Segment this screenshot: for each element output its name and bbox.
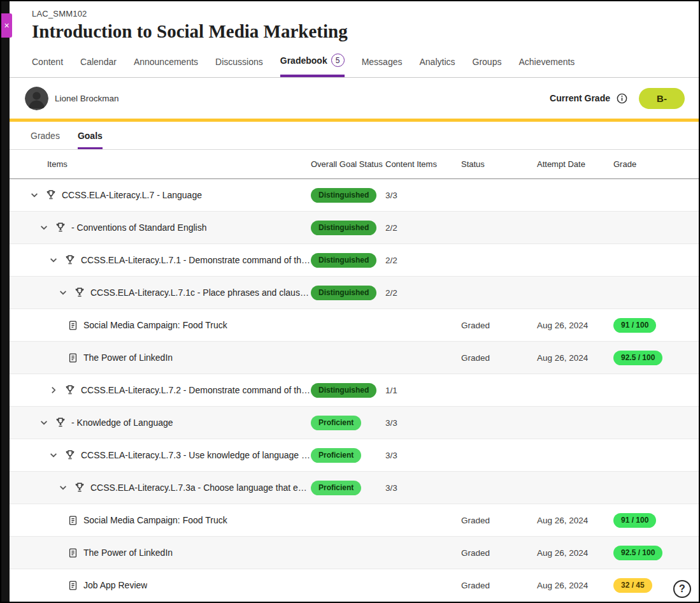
item-status: Graded (461, 353, 537, 363)
content-item-row: Social Media Campaign: Food Truck Graded… (10, 309, 699, 342)
content-item-row: Job App Review Graded Aug 26, 2024 32 / … (10, 569, 699, 602)
grade-pill[interactable]: 91 / 100 (613, 513, 656, 528)
content-item-row: The Power of LinkedIn Graded Aug 26, 202… (10, 342, 699, 374)
goal-row: - Knowledge of Language Proficient 3/3 (10, 407, 699, 439)
subtab-goals[interactable]: Goals (78, 131, 103, 149)
grade-pill[interactable]: 91 / 100 (613, 318, 656, 333)
document-icon (68, 352, 78, 363)
goal-trophy-icon (55, 222, 66, 233)
goal-row-items-cell: CCSS.ELA-Literacy.L.7.3 - Use knowledge … (10, 449, 311, 461)
item-row-items-cell: Job App Review (10, 580, 311, 591)
item-row-items-cell: The Power of LinkedIn (10, 548, 311, 558)
item-label[interactable]: Social Media Campaign: Food Truck (83, 320, 227, 330)
goal-row: CCSS.ELA-Literacy.L.7.1 - Demonstrate co… (10, 244, 699, 277)
goal-row: CCSS.ELA-Literacy.L.7.3 - Use knowledge … (10, 439, 699, 472)
chevron-down-icon[interactable] (39, 418, 49, 427)
goal-row-items-cell: CCSS.ELA-Literacy.L.7.2 - Demonstrate co… (10, 384, 311, 396)
current-grade-pill[interactable]: B- (639, 88, 685, 109)
tab-achievements[interactable]: Achievements (518, 57, 575, 77)
chevron-right-icon[interactable] (48, 386, 59, 395)
tab-messages[interactable]: Messages (362, 57, 403, 77)
course-header: LAC_SMM102 Introduction to Social Media … (10, 1, 699, 42)
table-body: CCSS.ELA-Literacy.L.7 - Language Disting… (10, 179, 699, 602)
item-status: Graded (461, 581, 537, 590)
goal-trophy-icon (64, 449, 76, 461)
grade-pill[interactable]: 92.5 / 100 (613, 546, 662, 560)
grade-pill[interactable]: 92.5 / 100 (613, 351, 662, 365)
chevron-down-icon[interactable] (48, 256, 59, 265)
content-item-row: Social Media Campaign: Food Truck Graded… (10, 504, 699, 537)
col-header-attempt-date: Attempt Date (537, 159, 613, 169)
goal-status-pill: Distinguished (311, 286, 376, 300)
item-label[interactable]: The Power of LinkedIn (83, 548, 173, 558)
goal-row-items-cell: CCSS.ELA-Literacy.L.7.1 - Demonstrate co… (10, 254, 311, 266)
content-item-row: The Power of LinkedIn Graded Aug 26, 202… (10, 537, 699, 569)
item-label[interactable]: Job App Review (83, 580, 147, 590)
document-icon (68, 320, 78, 331)
goal-label[interactable]: CCSS.ELA-Literacy.L.7.2 - Demonstrate co… (81, 385, 311, 395)
goal-row: CCSS.ELA-Literacy.L.7.2 - Demonstrate co… (10, 374, 699, 407)
chevron-down-icon[interactable] (48, 451, 59, 460)
collapsed-sidebar-strip (1, 1, 10, 602)
content-items-value: 3/3 (385, 418, 461, 428)
goal-label[interactable]: CCSS.ELA-Literacy.L.7.1c - Place phrases… (90, 287, 311, 298)
chevron-down-icon[interactable] (58, 288, 68, 297)
content-items-value: 3/3 (385, 191, 461, 200)
info-icon[interactable] (617, 93, 627, 104)
tab-discussions[interactable]: Discussions (215, 57, 263, 77)
col-header-items: Items (10, 159, 311, 169)
content-items-value: 2/2 (385, 288, 461, 298)
tab-groups[interactable]: Groups (473, 57, 502, 77)
item-row-items-cell: Social Media Campaign: Food Truck (10, 320, 311, 331)
chevron-down-icon[interactable] (39, 223, 49, 232)
item-attempt-date: Aug 26, 2024 (537, 581, 613, 590)
goal-label[interactable]: CCSS.ELA-Literacy.L.7.3a - Choose langua… (90, 483, 311, 493)
goal-trophy-icon (64, 384, 76, 396)
goal-status-pill: Distinguished (311, 253, 376, 268)
goal-trophy-icon (64, 254, 76, 266)
course-nav: Content Calendar Announcements Discussio… (10, 42, 699, 78)
goal-status-pill: Distinguished (311, 383, 376, 398)
goal-label[interactable]: CCSS.ELA-Literacy.L.7 - Language (62, 190, 202, 200)
goals-table: Items Overall Goal Status Content Items … (10, 150, 699, 602)
chevron-down-icon[interactable] (58, 483, 68, 492)
document-icon (68, 580, 78, 591)
item-row-items-cell: Social Media Campaign: Food Truck (10, 515, 311, 526)
content-items-value: 3/3 (385, 451, 461, 460)
goal-row-items-cell: - Knowledge of Language (10, 417, 311, 428)
goal-trophy-icon (74, 287, 85, 298)
tab-calendar[interactable]: Calendar (80, 57, 117, 77)
chevron-down-icon[interactable] (29, 191, 39, 200)
subtab-grades[interactable]: Grades (31, 131, 60, 149)
tab-analytics[interactable]: Analytics (419, 57, 455, 77)
col-header-grade: Grade (613, 159, 699, 169)
goal-label[interactable]: CCSS.ELA-Literacy.L.7.1 - Demonstrate co… (81, 255, 311, 265)
item-status: Graded (461, 548, 537, 558)
tab-content[interactable]: Content (32, 57, 63, 77)
goal-label[interactable]: CCSS.ELA-Literacy.L.7.3 - Use knowledge … (81, 450, 311, 460)
close-icon: × (4, 20, 9, 31)
goal-row-items-cell: - Conventions of Standard English (10, 222, 311, 233)
item-status: Graded (461, 516, 537, 525)
close-panel-tab[interactable]: × (1, 13, 12, 38)
goal-label[interactable]: - Conventions of Standard English (71, 222, 206, 233)
content-items-value: 2/2 (385, 256, 461, 265)
goal-status-pill: Proficient (311, 481, 361, 495)
tab-announcements[interactable]: Announcements (134, 57, 198, 77)
item-label[interactable]: The Power of LinkedIn (83, 352, 173, 363)
goal-trophy-icon (55, 417, 66, 428)
item-label[interactable]: Social Media Campaign: Food Truck (83, 515, 227, 525)
col-header-overall-goal-status: Overall Goal Status (311, 159, 385, 169)
goal-label[interactable]: - Knowledge of Language (71, 418, 173, 428)
help-button[interactable]: ? (673, 580, 691, 598)
app-window: × LAC_SMM102 Introduction to Social Medi… (0, 0, 700, 603)
tab-gradebook[interactable]: Gradebook 5 (280, 54, 345, 77)
student-name: Lionel Brockman (55, 94, 119, 103)
student-summary-bar: Lionel Brockman Current Grade B- (10, 78, 699, 119)
gradebook-subtabs: Grades Goals (10, 122, 699, 150)
goal-status-pill: Proficient (311, 448, 361, 463)
goal-status-pill: Distinguished (311, 221, 376, 235)
grade-pill[interactable]: 32 / 45 (613, 578, 652, 593)
goal-row: CCSS.ELA-Literacy.L.7.3a - Choose langua… (10, 472, 699, 504)
page-title: Introduction to Social Media Marketing (32, 21, 699, 42)
